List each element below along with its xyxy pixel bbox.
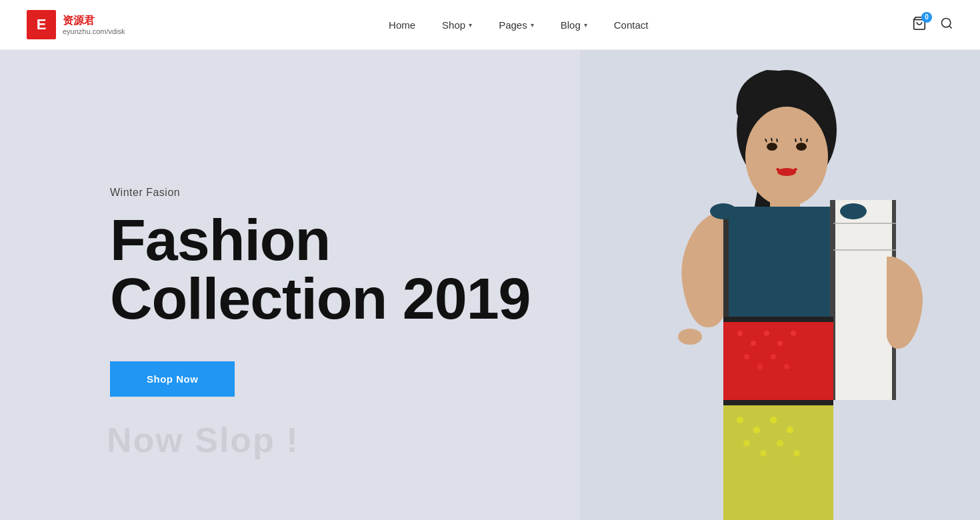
hero-section: Winter Fasion Fashion Collection 2019 Sh… <box>0 50 980 520</box>
chevron-down-icon: ▾ <box>584 21 587 29</box>
svg-point-41 <box>760 450 767 457</box>
search-icon <box>940 17 953 30</box>
svg-point-34 <box>784 364 789 369</box>
nav-link-shop[interactable]: Shop ▾ <box>442 19 472 31</box>
brand-icon-e: E <box>27 10 56 39</box>
nav-item-blog: Blog ▾ <box>561 19 587 31</box>
nav-link-home[interactable]: Home <box>389 19 415 31</box>
hero-model-image <box>580 50 980 520</box>
svg-point-7 <box>745 107 828 207</box>
svg-point-43 <box>793 450 800 457</box>
nav-item-pages: Pages ▾ <box>499 19 534 31</box>
hero-title: Fashion Collection 2019 <box>110 211 531 328</box>
svg-point-1 <box>941 18 950 27</box>
brand-sub: eyunzhu.com/vdisk <box>63 27 125 35</box>
brand-logo[interactable]: E 资源君 eyunzhu.com/vdisk <box>27 10 125 39</box>
svg-line-2 <box>949 25 952 28</box>
nav-link-blog[interactable]: Blog ▾ <box>561 19 587 31</box>
svg-rect-18 <box>723 207 729 320</box>
svg-point-29 <box>777 341 783 346</box>
svg-line-16 <box>807 139 807 142</box>
svg-point-33 <box>771 354 776 359</box>
shop-now-button[interactable]: Shop Now <box>110 361 235 397</box>
slop-text-overlay: Now Slop ! <box>107 420 299 460</box>
main-nav: Home Shop ▾ Pages ▾ Blog ▾ Contact <box>389 19 648 31</box>
nav-link-contact[interactable]: Contact <box>614 19 649 31</box>
svg-rect-45 <box>723 400 833 405</box>
search-button[interactable] <box>940 17 953 33</box>
cart-button[interactable]: 0 <box>912 16 927 34</box>
svg-point-27 <box>751 341 756 346</box>
brand-name: 资源君 <box>63 14 125 27</box>
svg-point-8 <box>767 143 777 151</box>
svg-point-40 <box>743 440 750 447</box>
svg-point-46 <box>710 203 737 219</box>
svg-rect-44 <box>723 317 833 322</box>
svg-rect-20 <box>833 200 893 400</box>
svg-line-14 <box>795 139 796 142</box>
brand-text-group: 资源君 eyunzhu.com/vdisk <box>63 14 125 35</box>
svg-line-12 <box>771 138 772 141</box>
model-background <box>580 50 980 520</box>
svg-point-30 <box>791 331 796 336</box>
nav-item-contact: Contact <box>614 19 649 31</box>
svg-point-36 <box>737 417 743 423</box>
svg-point-38 <box>770 417 777 423</box>
svg-point-48 <box>678 329 702 345</box>
nav-item-home: Home <box>389 19 415 31</box>
svg-point-31 <box>744 354 749 359</box>
nav-item-shop: Shop ▾ <box>442 19 472 31</box>
svg-point-37 <box>753 427 760 433</box>
svg-point-39 <box>787 427 793 433</box>
hero-subtitle: Winter Fasion <box>110 187 531 199</box>
navbar-actions: 0 <box>912 16 953 34</box>
svg-point-26 <box>737 331 743 336</box>
hero-content: Winter Fasion Fashion Collection 2019 Sh… <box>0 173 531 397</box>
cart-badge: 0 <box>921 12 932 23</box>
svg-point-10 <box>777 168 796 176</box>
svg-point-28 <box>764 331 769 336</box>
chevron-down-icon: ▾ <box>469 21 472 29</box>
navbar: E 资源君 eyunzhu.com/vdisk Home Shop ▾ Page… <box>0 0 980 50</box>
svg-point-9 <box>796 143 807 151</box>
nav-link-pages[interactable]: Pages ▾ <box>499 19 534 31</box>
svg-point-32 <box>757 364 763 369</box>
svg-line-15 <box>801 138 801 141</box>
svg-point-47 <box>840 203 867 219</box>
svg-line-13 <box>777 139 777 142</box>
model-svg <box>580 50 980 520</box>
chevron-down-icon: ▾ <box>531 21 534 29</box>
svg-point-42 <box>777 440 783 447</box>
